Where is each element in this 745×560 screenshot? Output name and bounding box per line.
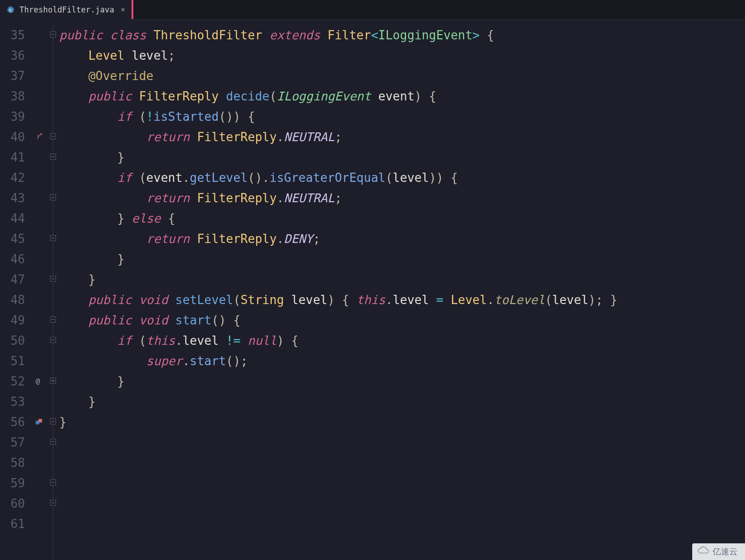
token-pun: . [277,191,284,205]
code-area[interactable]: public class ThresholdFilter extends Fil… [59,19,745,560]
token-kw: public [59,28,103,42]
fold-open-icon[interactable] [50,133,56,139]
token-pun: . [182,354,190,368]
gutter-empty [29,330,49,351]
gutter-empty [29,168,49,188]
code-line[interactable]: } [59,392,745,412]
token-pun: ) [277,334,284,348]
fold-open-icon[interactable] [50,418,56,424]
token-pun: . [175,334,182,348]
code-line[interactable]: @Override [59,66,745,86]
line-number: 53 [0,392,29,412]
token-kw: else [132,212,161,225]
code-line[interactable]: if (!isStarted()) { [59,106,745,127]
token-pun: { [429,89,436,103]
token-kw: super [146,354,182,368]
token-type: FilterReply [139,89,219,103]
fold-open-icon[interactable] [50,154,56,160]
line-number: 49 [0,310,29,330]
fold-open-icon[interactable] [50,439,56,445]
code-line[interactable]: } else { [59,208,745,229]
token-kw: if [117,110,131,124]
fold-collapsed-icon[interactable] [50,378,56,384]
token-pun: ) [327,293,335,307]
token-pun: ) [414,89,422,103]
fold-cell [49,290,59,310]
token-kw: return [146,191,190,205]
token-id: level [552,293,588,307]
line-number: 60 [0,493,29,514]
token-pun: . [277,130,284,144]
close-icon[interactable]: × [119,5,125,14]
code-line[interactable]: super.start(); [59,351,745,371]
code-line[interactable]: return FilterReply.NEUTRAL; [59,188,745,208]
gutter-empty [29,25,49,45]
fold-open-icon[interactable] [50,31,56,37]
token-pun: ) [255,171,263,185]
token-pun: . [277,232,284,246]
implement-icon[interactable] [29,412,49,432]
code-line[interactable]: } [59,269,745,290]
token-type: FilterReply [197,232,276,246]
line-number: 44 [0,208,29,229]
code-line[interactable]: if (this.level != null) { [59,330,745,351]
token-pun: ( [139,110,146,124]
token-id: level [182,334,219,348]
token-fnDecl: start [175,313,211,327]
fold-cell [49,432,59,453]
fold-open-icon[interactable] [50,194,56,200]
code-line[interactable]: return FilterReply.DENY; [59,229,745,249]
code-line[interactable]: } [59,412,745,432]
code-line[interactable]: Level level; [59,45,745,66]
tab-bar: C ThresholdFilter.java × [0,0,745,19]
code-line[interactable]: } [59,371,745,392]
token-pun: . [487,293,495,307]
token-pun: } [117,374,125,388]
fold-open-icon[interactable] [50,317,56,323]
gutter-empty [29,269,49,290]
annotation-icon[interactable]: @ [29,371,49,392]
token-pun: ( [219,110,226,124]
token-id: level [393,293,429,307]
fold-open-icon[interactable] [50,337,56,343]
line-number: 58 [0,453,29,473]
token-typeI: ILoggingEvent [277,89,371,103]
fold-open-icon[interactable] [50,276,56,282]
line-number: 38 [0,86,29,106]
code-line[interactable]: public void setLevel(String level) { thi… [59,290,745,310]
code-line[interactable]: if (event.getLevel().isGreaterOrEqual(le… [59,168,745,188]
token-pun: } [88,395,96,409]
gutter-empty [29,473,49,493]
token-pun: } [117,252,125,266]
tab-active[interactable]: C ThresholdFilter.java × [0,0,131,19]
fold-cell [49,249,59,269]
line-number: 50 [0,330,29,351]
token-kw: public [88,293,132,307]
token-typeG: ILoggingEvent [378,28,473,42]
cloud-icon [697,546,710,554]
token-type: Filter [327,28,371,42]
token-toL: toLevel [494,293,545,307]
fold-open-icon[interactable] [50,479,56,485]
watermark-text: 亿速云 [713,546,738,557]
code-line[interactable]: public void start() { [59,310,745,330]
fold-cell [49,310,59,330]
token-pun: . [182,171,190,185]
token-kw: public [88,89,132,103]
fold-open-icon[interactable] [50,500,56,506]
fold-cell [49,229,59,249]
fold-open-icon[interactable] [50,235,56,241]
token-pun: ( [139,334,146,348]
token-pun: { [168,212,175,225]
token-pun: ) [588,293,596,307]
code-line[interactable]: return FilterReply.NEUTRAL; [59,127,745,147]
token-fn: start [190,354,226,368]
method-override-icon[interactable]: f [29,127,49,147]
code-line[interactable]: } [59,249,745,269]
code-editor[interactable]: 3536373839404142434445464748495051525356… [0,19,745,560]
token-stat: NEUTRAL [284,191,335,205]
code-line[interactable]: public class ThresholdFilter extends Fil… [59,25,745,45]
token-type: Level [88,49,125,62]
code-line[interactable]: } [59,147,745,168]
code-line[interactable]: public FilterReply decide(ILoggingEvent … [59,86,745,106]
